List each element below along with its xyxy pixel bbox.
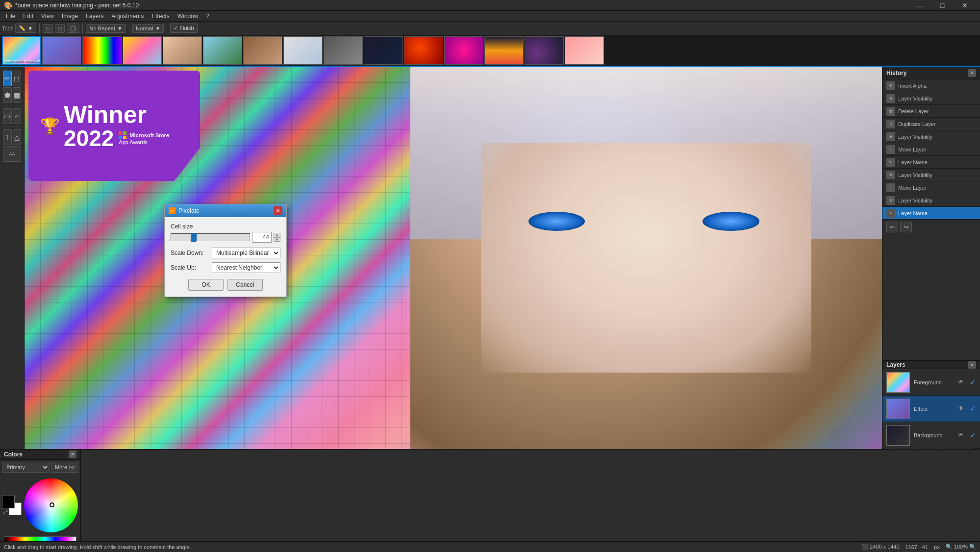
layer-background-visibility[interactable]: 👁 bbox=[958, 431, 966, 439]
history-icon-6: ↕ bbox=[886, 145, 895, 154]
lasso-tool[interactable]: ○ bbox=[13, 108, 22, 124]
swap-colors-button[interactable]: ⇄ bbox=[1, 507, 10, 516]
tab-sunset[interactable] bbox=[484, 36, 524, 65]
more-colors-button[interactable]: More >> bbox=[51, 462, 78, 473]
tab-landscape[interactable] bbox=[203, 36, 242, 65]
color-type-dropdown[interactable]: Primary Secondary bbox=[2, 462, 50, 473]
ms-logo-yellow bbox=[123, 136, 126, 139]
main-canvas[interactable]: 🏆 Winner 2022 bbox=[25, 67, 882, 449]
gradient-tool[interactable]: ▦ bbox=[13, 87, 22, 103]
maximize-button[interactable]: □ bbox=[931, 0, 954, 11]
history-close-button[interactable]: ✕ bbox=[968, 69, 976, 77]
layer-background-check: ✓ bbox=[970, 430, 976, 440]
ms-store-text: Microsoft Store bbox=[129, 132, 169, 138]
spinner-down[interactable]: ▼ bbox=[274, 237, 280, 242]
close-button[interactable]: ✕ bbox=[954, 0, 976, 11]
history-item-invert-alpha[interactable]: ⟲ Invert Alpha bbox=[882, 79, 980, 92]
redo-button[interactable]: ↪ bbox=[900, 222, 912, 232]
shapes-tool[interactable]: △ bbox=[13, 129, 22, 145]
menu-edit[interactable]: Edit bbox=[19, 12, 37, 21]
tab-planet[interactable] bbox=[404, 36, 443, 65]
history-item-layer-name-1[interactable]: ✎ Layer Name bbox=[882, 156, 980, 169]
ms-awards-text: App Awards bbox=[119, 139, 169, 145]
brush-size-btn[interactable]: □ bbox=[43, 24, 53, 33]
winner-text-block: Winner 2022 bbox=[64, 102, 169, 150]
aa-tool[interactable]: AA bbox=[3, 146, 21, 162]
menu-window[interactable]: Window bbox=[174, 12, 202, 21]
history-item-delete-layer[interactable]: 🗑 Delete Layer bbox=[882, 105, 980, 118]
tab-portrait2[interactable] bbox=[163, 36, 202, 65]
scale-down-dropdown[interactable]: Multisample Bilinear Bilinear Bicubic Ne… bbox=[212, 248, 280, 258]
no-repeat-btn[interactable]: No Repeat ▼ bbox=[86, 24, 126, 33]
color-wheel[interactable] bbox=[24, 478, 78, 532]
tab-photo2[interactable] bbox=[42, 36, 81, 65]
history-item-move-layer-1[interactable]: ↕ Move Layer bbox=[882, 143, 980, 156]
history-label-6: Move Layer bbox=[898, 147, 926, 152]
rectangle-select-tool[interactable]: ▭ bbox=[3, 108, 12, 124]
minimize-button[interactable]: — bbox=[908, 0, 931, 11]
history-item-duplicate-layer[interactable]: ⎘ Duplicate Layer bbox=[882, 118, 980, 130]
menu-view[interactable]: View bbox=[37, 12, 58, 21]
history-label-7: Layer Name bbox=[898, 159, 928, 165]
layer-effect[interactable]: Effect 👁 ✓ bbox=[882, 396, 980, 422]
pixelate-dialog-titlebar[interactable]: P Pixelate ✕ bbox=[165, 204, 286, 217]
scale-up-dropdown[interactable]: Nearest Neighbor Bilinear Bicubic bbox=[212, 262, 280, 273]
tab-nebula[interactable] bbox=[525, 36, 564, 65]
menu-image[interactable]: Image bbox=[58, 12, 82, 21]
tab-flower[interactable] bbox=[444, 36, 483, 65]
layer-background[interactable]: Background 👁 ✓ bbox=[882, 422, 980, 449]
history-item-layer-vis-2[interactable]: 👁 Layer Visibility bbox=[882, 130, 980, 143]
tab-dark[interactable] bbox=[364, 36, 403, 65]
eraser-tool[interactable]: ◻ bbox=[13, 71, 22, 86]
text-tool[interactable]: T bbox=[3, 129, 12, 145]
layers-close-button[interactable]: ✕ bbox=[968, 361, 976, 369]
menu-file[interactable]: File bbox=[2, 12, 19, 21]
cell-size-input[interactable] bbox=[252, 232, 272, 243]
colors-close-button[interactable]: ✕ bbox=[69, 451, 76, 458]
hardness-btn[interactable]: ◯ bbox=[67, 24, 79, 33]
tab-snow[interactable] bbox=[283, 36, 323, 65]
undo-button[interactable]: ↩ bbox=[886, 222, 898, 232]
layer-foreground-name: Foreground bbox=[914, 379, 954, 385]
canvas-container[interactable]: 🏆 Winner 2022 bbox=[25, 67, 882, 449]
history-item-move-layer-2[interactable]: ↕ Move Layer bbox=[882, 181, 980, 194]
finish-btn[interactable]: ✓ Finish bbox=[170, 24, 197, 33]
tab-rainbow[interactable] bbox=[82, 36, 122, 65]
fill-tool[interactable]: ⬟ bbox=[3, 87, 12, 103]
zoom-in-button[interactable]: 🔍 bbox=[946, 544, 953, 550]
winner-top-row: 🏆 Winner 2022 bbox=[40, 102, 169, 150]
menu-effects[interactable]: Effects bbox=[148, 12, 173, 21]
colors-title: Colors bbox=[4, 451, 23, 458]
menu-layers[interactable]: Layers bbox=[82, 12, 107, 21]
history-label-11: Layer Name bbox=[898, 210, 928, 216]
cancel-button[interactable]: Cancel bbox=[227, 279, 263, 291]
tab-building[interactable] bbox=[324, 36, 363, 65]
history-icon-7: ✎ bbox=[886, 158, 895, 167]
zoom-out-button[interactable]: 🔍 bbox=[969, 544, 976, 550]
tab-dog[interactable] bbox=[243, 36, 282, 65]
pixelate-close-button[interactable]: ✕ bbox=[274, 206, 282, 215]
history-label-3: Delete Layer bbox=[898, 108, 929, 114]
history-item-layer-vis-1[interactable]: 👁 Layer Visibility bbox=[882, 92, 980, 105]
tool-selector[interactable]: ✏️ ▼ bbox=[15, 24, 36, 33]
tab-portrait[interactable] bbox=[123, 36, 162, 65]
paint-brush-tool[interactable]: ✏ bbox=[3, 71, 12, 86]
history-icon-5: 👁 bbox=[886, 132, 895, 141]
tab-anime[interactable] bbox=[565, 36, 604, 65]
history-item-layer-vis-4[interactable]: 👁 Layer Visibility bbox=[882, 194, 980, 207]
history-item-layer-name-2[interactable]: ✎ Layer Name bbox=[882, 207, 980, 220]
spinner-up[interactable]: ▲ bbox=[274, 233, 280, 237]
menu-adjustments[interactable]: Adjustments bbox=[107, 12, 148, 21]
layer-foreground-visibility[interactable]: 👁 bbox=[958, 378, 966, 386]
cell-size-slider[interactable] bbox=[171, 233, 250, 241]
brush-style-btn[interactable]: □ bbox=[55, 24, 65, 33]
layer-foreground[interactable]: Foreground 👁 ✓ bbox=[882, 369, 980, 396]
blend-mode-btn[interactable]: Normal ▼ bbox=[132, 24, 164, 33]
winner-laurel-icon: 🏆 bbox=[40, 117, 60, 135]
tab-outer-space-rainbow[interactable]: *outer space rainbow hair.png bbox=[2, 36, 41, 65]
layer-effect-visibility[interactable]: 👁 bbox=[958, 405, 966, 413]
history-item-layer-vis-3[interactable]: 👁 Layer Visibility bbox=[882, 169, 980, 181]
foreground-color-swatch[interactable] bbox=[2, 496, 15, 508]
menu-help[interactable]: ? bbox=[202, 12, 213, 21]
ok-button[interactable]: OK bbox=[188, 279, 224, 291]
